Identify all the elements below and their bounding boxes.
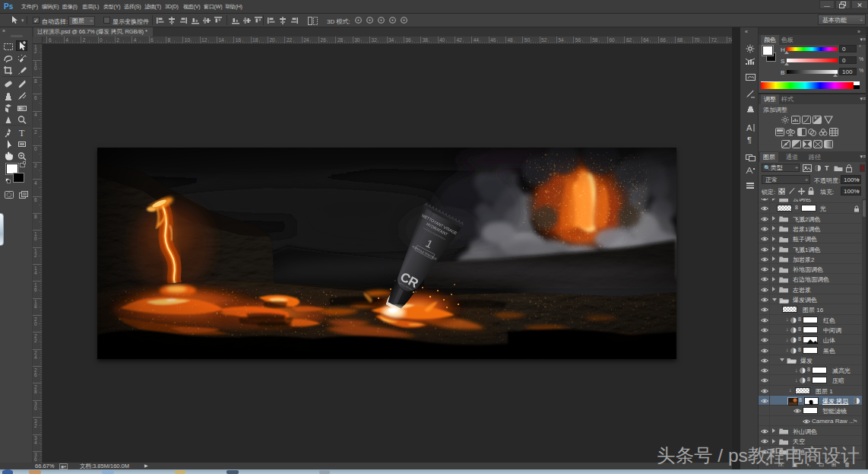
svg-text:T: T xyxy=(19,128,25,138)
svg-text:A: A xyxy=(746,123,752,132)
svg-text:¶: ¶ xyxy=(747,135,752,145)
